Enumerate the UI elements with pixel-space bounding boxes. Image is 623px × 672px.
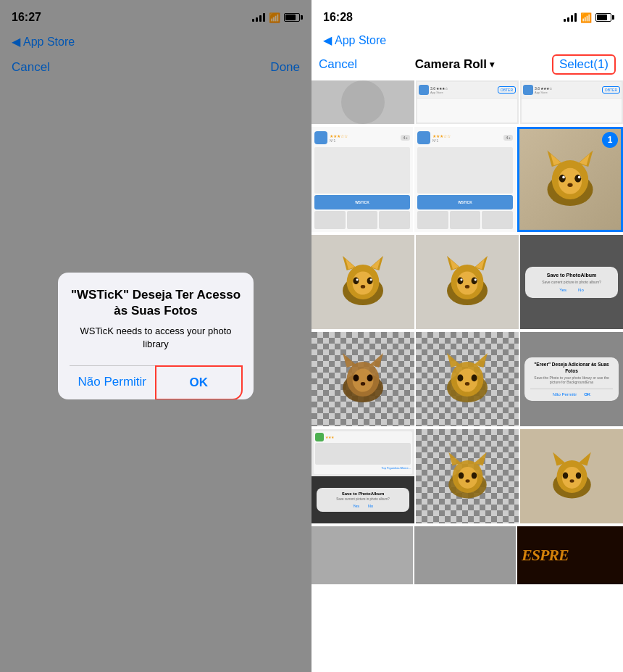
svg-point-57 <box>458 472 464 478</box>
grid-cell-4-0[interactable]: ★★★ Top Figuinhas Meme... Save to PhotoA… <box>312 429 414 523</box>
svg-point-35 <box>465 285 469 289</box>
svg-point-66 <box>575 472 581 478</box>
status-icons-right: 📶 <box>564 12 611 23</box>
svg-point-33 <box>460 278 462 281</box>
grid-cell-0-2[interactable]: 3.6 ★★★☆ App Store OBTER <box>520 80 623 124</box>
grid-cell-2-2[interactable]: Save to PhotoAlbum Save current picture … <box>520 235 623 329</box>
grid-cell-3-0[interactable] <box>312 332 414 426</box>
svg-point-41 <box>353 375 359 382</box>
svg-point-20 <box>367 278 373 285</box>
deny-button[interactable]: Não Permitir <box>70 366 156 399</box>
svg-point-22 <box>370 278 372 281</box>
svg-point-59 <box>465 479 469 483</box>
cancel-button-right[interactable]: Cancel <box>319 57 357 72</box>
svg-point-10 <box>578 175 581 178</box>
grid-cell-1-0[interactable]: ★★★☆☆ N°1 4+ WSTICK <box>312 127 413 232</box>
dialog-message: WSTicK needs to access your photo librar… <box>70 325 242 351</box>
svg-point-65 <box>562 472 568 478</box>
svg-point-19 <box>353 278 359 285</box>
camera-roll-title: Camera Roll ▾ <box>415 57 494 72</box>
back-label-right[interactable]: App Store <box>335 34 386 47</box>
grid-row-0: 3.6 ★★★☆ App Store OBTER 3.6 ★ <box>312 80 623 124</box>
fox-character <box>538 147 603 212</box>
svg-point-51 <box>465 382 469 386</box>
svg-point-58 <box>471 472 477 478</box>
grid-cell-2-0[interactable] <box>312 235 414 329</box>
grid-row-5: ESPRE <box>312 526 623 584</box>
grid-row-3: "Ereer" Deseja Adicionar às Suas Fotos S… <box>312 332 623 426</box>
svg-point-42 <box>367 375 373 382</box>
photo-grid: 3.6 ★★★☆ App Store OBTER 3.6 ★ <box>312 80 623 672</box>
dropdown-arrow-icon: ▾ <box>490 59 494 70</box>
dialog-title: "WSTicK" Deseja Ter Acesso às Suas Fotos <box>70 287 242 319</box>
right-panel: 16:28 📶 ◀ App Store Cancel Camera Roll ▾… <box>312 0 623 672</box>
nav-bar-right: Cancel Camera Roll ▾ Select(1) <box>312 49 623 80</box>
ok-button[interactable]: OK <box>155 365 243 399</box>
select-button[interactable]: Select(1) <box>552 54 616 75</box>
svg-point-11 <box>567 183 572 186</box>
grid-cell-4-2[interactable] <box>520 429 623 523</box>
wifi-icon-right: 📶 <box>580 12 592 23</box>
grid-cell-3-1[interactable] <box>416 332 519 426</box>
back-nav-right: ◀ App Store <box>312 32 623 49</box>
dialog-overlay: "WSTicK" Deseja Ter Acesso às Suas Fotos… <box>0 0 312 672</box>
svg-point-34 <box>474 278 477 281</box>
svg-point-31 <box>457 278 463 285</box>
svg-point-8 <box>574 174 581 182</box>
status-bar-right: 16:28 📶 <box>312 0 623 32</box>
svg-point-32 <box>472 278 477 285</box>
back-arrow-icon-right: ◀ <box>323 33 332 47</box>
grid-cell-4-1[interactable] <box>416 429 519 523</box>
grid-cell-3-2[interactable]: "Ereer" Deseja Adicionar às Suas Fotos S… <box>520 332 623 426</box>
grid-cell-0-1[interactable]: 3.6 ★★★☆ App Store OBTER <box>416 80 519 124</box>
svg-point-23 <box>361 285 365 289</box>
grid-cell-1-2[interactable]: 1 <box>517 127 623 232</box>
signal-icon-right <box>564 13 577 22</box>
battery-icon-right <box>595 13 611 22</box>
svg-point-67 <box>569 479 574 483</box>
svg-point-50 <box>472 375 477 382</box>
grid-cell-0-0[interactable] <box>312 80 414 124</box>
grid-cell-5-1[interactable] <box>414 526 516 584</box>
grid-cell-5-0[interactable] <box>312 526 413 584</box>
grid-row-4: ★★★ Top Figuinhas Meme... Save to PhotoA… <box>312 429 623 523</box>
svg-point-43 <box>361 382 365 386</box>
left-panel: 16:27 📶 ◀ App Store Cancel Done "WSTicK"… <box>0 0 312 672</box>
grid-cell-2-1[interactable] <box>416 235 519 329</box>
svg-point-7 <box>559 174 566 182</box>
selection-badge: 1 <box>602 132 618 148</box>
time-right: 16:28 <box>323 11 353 24</box>
grid-cell-5-2[interactable]: ESPRE <box>517 526 623 584</box>
grid-row-1: ★★★☆☆ N°1 4+ WSTICK <box>312 127 623 232</box>
svg-point-9 <box>562 175 565 178</box>
permission-dialog: "WSTicK" Deseja Ter Acesso às Suas Fotos… <box>58 273 254 400</box>
grid-cell-1-1[interactable]: ★★★☆☆ N°1 4+ WSTICK <box>414 127 516 232</box>
dialog-buttons: Não Permitir OK <box>70 365 242 399</box>
svg-point-21 <box>356 278 358 281</box>
svg-point-49 <box>457 375 463 382</box>
grid-row-2: Save to PhotoAlbum Save current picture … <box>312 235 623 329</box>
